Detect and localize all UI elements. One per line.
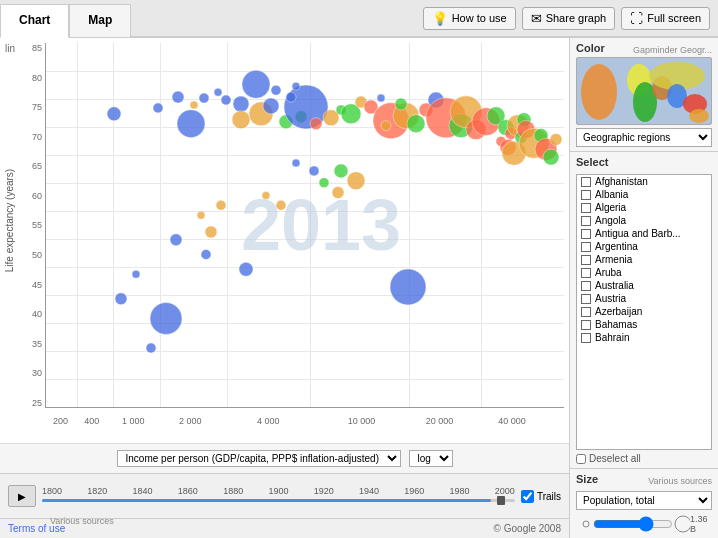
list-item[interactable]: Armenia	[577, 253, 711, 266]
color-section: Color Gapminder Geogr...	[570, 38, 718, 152]
list-item[interactable]: Angola	[577, 214, 711, 227]
trails-checkbox[interactable]: Trails	[521, 490, 561, 503]
svg-point-57	[201, 250, 211, 260]
list-item[interactable]: Aruba	[577, 266, 711, 279]
country-checkbox[interactable]	[581, 203, 591, 213]
y-axis-scale: 85 80 75 70 65 60 55 50 45 40 35 30 25	[20, 43, 45, 408]
main-content: lin Life expectancy (years) 85 80 75 70 …	[0, 38, 718, 538]
svg-point-72	[581, 64, 617, 120]
list-item[interactable]: Argentina	[577, 240, 711, 253]
size-select[interactable]: Population, total	[576, 491, 712, 510]
timeline-track[interactable]: 1800 1820 1840 1860 1880 1900 1920 1940 …	[42, 486, 515, 506]
list-item[interactable]: Austria	[577, 292, 711, 305]
country-label: Bahrain	[595, 332, 629, 343]
svg-point-60	[146, 343, 156, 353]
size-value-label: 1.36 B	[690, 514, 712, 534]
country-label: Algeria	[595, 202, 626, 213]
svg-point-66	[332, 187, 344, 199]
timeline-handle[interactable]	[497, 496, 505, 505]
svg-point-3	[190, 101, 198, 109]
country-label: Armenia	[595, 254, 632, 265]
svg-point-61	[216, 200, 226, 210]
trails-check[interactable]	[521, 490, 534, 503]
country-label: Austria	[595, 293, 626, 304]
topbar-buttons: 💡 How to use ✉ Share graph ⛶ Full screen	[415, 0, 718, 37]
svg-point-15	[286, 92, 296, 102]
country-checkbox[interactable]	[581, 281, 591, 291]
size-section: Size Various sources Population, total	[570, 469, 718, 538]
tab-map[interactable]: Map	[69, 4, 131, 37]
play-button[interactable]: ▶	[8, 485, 36, 507]
svg-point-70	[309, 166, 319, 176]
share-graph-button[interactable]: ✉ Share graph	[522, 7, 616, 30]
list-item[interactable]: Bahamas	[577, 318, 711, 331]
svg-point-25	[377, 94, 385, 102]
list-item[interactable]: Afghanistan	[577, 175, 711, 188]
play-icon: ▶	[18, 491, 26, 502]
timeline-years: 1800 1820 1840 1860 1880 1900 1920 1940 …	[42, 486, 515, 496]
chart-container: lin Life expectancy (years) 85 80 75 70 …	[0, 38, 569, 443]
svg-point-4	[199, 93, 209, 103]
how-to-use-button[interactable]: 💡 How to use	[423, 7, 516, 30]
svg-point-81	[675, 516, 690, 532]
country-checkbox[interactable]	[581, 216, 591, 226]
country-label: Australia	[595, 280, 634, 291]
color-section-title: Color	[576, 42, 605, 54]
svg-point-79	[689, 109, 709, 123]
svg-point-8	[177, 110, 205, 138]
geo-map-mini	[576, 57, 712, 125]
scale-select[interactable]: log lin	[409, 450, 453, 467]
size-slider-row: 1.36 B	[576, 514, 712, 534]
svg-point-59	[150, 302, 182, 334]
x-axis-title-row: Income per person (GDP/capita, PPP$ infl…	[0, 443, 569, 473]
svg-point-6	[221, 95, 231, 105]
full-screen-button[interactable]: ⛶ Full screen	[621, 7, 710, 30]
list-item[interactable]: Antigua and Barb...	[577, 227, 711, 240]
timeline-fill	[42, 499, 491, 502]
country-checkbox[interactable]	[581, 268, 591, 278]
tab-spacer	[131, 0, 414, 37]
geo-select[interactable]: Geographic regions	[576, 128, 712, 147]
country-checkbox[interactable]	[581, 320, 591, 330]
size-min-icon	[576, 514, 593, 534]
x-axis-select[interactable]: Income per person (GDP/capita, PPP$ infl…	[117, 450, 401, 467]
country-checkbox[interactable]	[581, 177, 591, 187]
country-checkbox[interactable]	[581, 190, 591, 200]
x-axis-labels: 200 400 1 000 2 000 4 000 10 000 20 000 …	[45, 413, 564, 443]
country-checkbox[interactable]	[581, 307, 591, 317]
svg-point-67	[347, 172, 365, 190]
select-section-title: Select	[576, 156, 712, 168]
list-item[interactable]: Australia	[577, 279, 711, 292]
size-section-title: Size	[576, 473, 598, 485]
svg-point-1	[153, 103, 163, 113]
svg-point-7	[233, 96, 249, 112]
list-item[interactable]: Albania	[577, 188, 711, 201]
country-checkbox[interactable]	[581, 229, 591, 239]
country-label: Bahamas	[595, 319, 637, 330]
size-header-row: Size Various sources	[576, 473, 712, 488]
svg-point-51	[543, 149, 559, 165]
list-item[interactable]: Bahrain	[577, 331, 711, 344]
svg-point-53	[390, 269, 426, 305]
country-checkbox[interactable]	[581, 333, 591, 343]
country-checkbox[interactable]	[581, 242, 591, 252]
color-section-subtitle: Gapminder Geogr...	[633, 45, 712, 55]
tab-chart[interactable]: Chart	[0, 4, 69, 38]
country-label: Afghanistan	[595, 176, 648, 187]
list-item[interactable]: Azerbaijan	[577, 305, 711, 318]
timeline-bar: Various sources ▶ 1800 1820 1840 1860 18…	[0, 473, 569, 518]
country-checkbox[interactable]	[581, 294, 591, 304]
country-checkbox[interactable]	[581, 255, 591, 265]
svg-point-9	[232, 111, 250, 129]
deselect-all-check[interactable]	[576, 454, 586, 464]
svg-point-16	[271, 85, 281, 95]
deselect-all-button[interactable]: Deselect all	[576, 453, 712, 464]
country-list[interactable]: AfghanistanAlbaniaAlgeriaAngolaAntigua a…	[576, 174, 712, 450]
list-item[interactable]: Algeria	[577, 201, 711, 214]
size-slider[interactable]	[593, 516, 673, 532]
svg-point-69	[319, 178, 329, 188]
topbar: Chart Map 💡 How to use ✉ Share graph ⛶ F…	[0, 0, 718, 38]
svg-point-55	[132, 270, 140, 278]
chart-plot[interactable]: 2013	[45, 43, 564, 408]
svg-point-28	[407, 115, 425, 133]
